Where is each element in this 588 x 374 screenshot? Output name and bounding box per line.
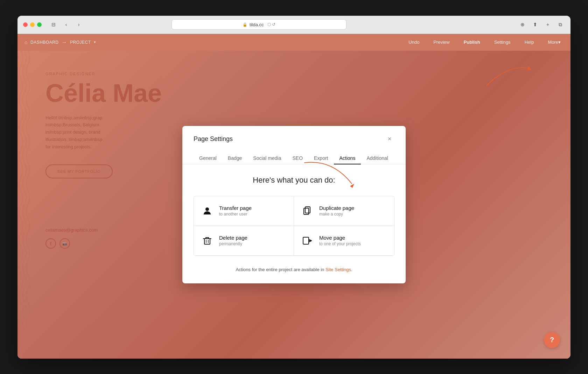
lock-icon: 🔒 [243,22,247,27]
settings-btn[interactable]: Settings [491,38,513,46]
modal-overlay: Page Settings × General Badge Social med… [18,51,570,359]
tab-general[interactable]: General [194,153,222,164]
toolbar-right: Undo Preview Publish Settings Help More▾ [406,38,564,46]
address-bar[interactable]: 🔒 tilda.cc ⬡ ↺ [172,19,346,30]
modal-body: Here's what you can do: [182,164,406,283]
share-btn[interactable]: ⬆ [531,20,540,29]
modal-title: Page Settings [194,135,233,143]
duplicate-text: Duplicate page make a copy [319,205,354,217]
move-page-btn[interactable]: Move page to one of your projects [294,226,394,255]
traffic-light-yellow[interactable] [30,22,35,27]
move-text: Move page to one of your projects [319,235,361,246]
sidebar-toggle-btn[interactable]: ⊟ [49,20,58,29]
modal-footer-note: Actions for the entire project are avail… [194,267,394,272]
transfer-subtitle: to another user [219,212,252,217]
publish-btn[interactable]: Publish [461,38,483,46]
tab-social-media[interactable]: Social media [247,153,287,164]
tab-export[interactable]: Export [308,153,334,164]
help-floating-btn[interactable]: ? [544,332,560,348]
breadcrumb-dropdown-arrow[interactable]: ▾ [94,40,96,44]
modal-header: Page Settings × [182,126,406,144]
tab-actions[interactable]: Actions [334,153,361,164]
delete-subtitle: permanently [219,241,247,246]
breadcrumb-dashboard[interactable]: DASHBOARD [30,40,59,45]
site-settings-link[interactable]: Site Settings [326,267,351,272]
modal-close-btn[interactable]: × [385,134,394,144]
svg-point-2 [205,207,209,211]
preview-btn[interactable]: Preview [430,38,452,46]
tab-overview-btn[interactable]: ⧉ [556,20,565,29]
delete-title: Delete page [219,235,247,241]
breadcrumb-project[interactable]: PROJECT [70,40,91,45]
browser-action-buttons: ⊕ ⬆ + ⧉ [518,20,565,29]
new-tab-btn[interactable]: + [543,20,552,29]
move-icon [301,234,314,247]
transfer-page-btn[interactable]: Transfer page to another user [194,196,294,226]
transfer-text: Transfer page to another user [219,205,252,217]
breadcrumb: ⌂ DASHBOARD → PROJECT ▾ [24,39,96,45]
home-icon: ⌂ [24,40,28,45]
breadcrumb-arrow: → [61,39,67,45]
delete-icon [201,234,214,247]
browser-titlebar: ⊟ ‹ › 🔒 tilda.cc ⬡ ↺ ⊕ ⬆ + ⧉ [18,16,570,34]
footer-text-after: . [351,267,352,272]
duplicate-page-btn[interactable]: Duplicate page make a copy [294,196,394,226]
delete-page-btn[interactable]: Delete page permanently [194,226,294,255]
nav-forward-btn[interactable]: › [74,20,84,29]
page-settings-modal: Page Settings × General Badge Social med… [182,126,406,283]
url-text: tilda.cc [250,22,264,27]
traffic-lights [23,22,42,27]
tab-additional[interactable]: Additional [361,153,394,164]
action-grid: Transfer page to another user [194,196,394,256]
duplicate-icon [301,205,314,217]
modal-tabs: General Badge Social media SEO Export Ac… [182,147,406,164]
footer-text-before: Actions for the entire project are avail… [236,267,326,272]
svg-rect-5 [204,239,210,244]
move-subtitle: to one of your projects [319,241,361,246]
extension-icons: ⬡ ↺ [267,22,275,27]
duplicate-subtitle: make a copy [319,212,354,217]
modal-subtitle: Here's what you can do: [194,176,394,185]
svg-rect-4 [304,208,309,214]
move-title: Move page [319,235,361,241]
tab-seo[interactable]: SEO [287,153,308,164]
undo-btn[interactable]: Undo [406,38,422,46]
nav-back-btn[interactable]: ‹ [61,20,71,29]
more-btn[interactable]: More▾ [545,38,564,46]
browser-controls: ⊟ ‹ › [49,20,84,29]
page-content: GRAPHIC DESIGNER Célia Mae Hello! I#nbsp… [18,51,570,359]
traffic-light-red[interactable] [23,22,28,27]
help-btn[interactable]: Help [522,38,537,46]
transfer-title: Transfer page [219,205,252,211]
duplicate-title: Duplicate page [319,205,354,211]
svg-rect-9 [303,237,309,244]
app-toolbar: ⌂ DASHBOARD → PROJECT ▾ Undo Preview Pub… [18,34,570,51]
download-btn[interactable]: ⊕ [518,20,527,29]
tab-badge[interactable]: Badge [222,153,247,164]
transfer-icon [201,205,214,217]
svg-rect-3 [305,207,310,213]
traffic-light-green[interactable] [37,22,42,27]
browser-window: ⊟ ‹ › 🔒 tilda.cc ⬡ ↺ ⊕ ⬆ + ⧉ ⌂ DASHBOARD… [18,16,570,359]
delete-text: Delete page permanently [219,235,247,246]
